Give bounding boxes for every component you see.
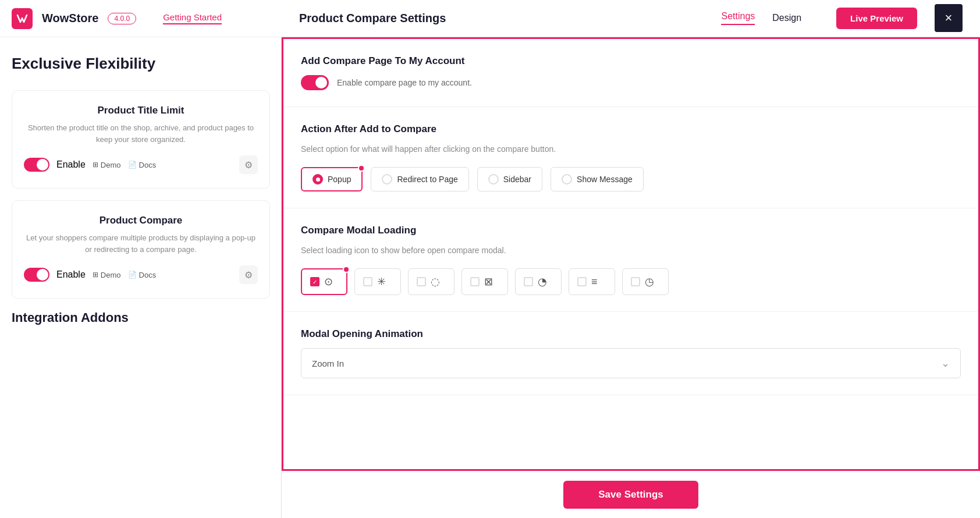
action-after-section: Action After Add to Compare Select optio… [283,107,978,208]
demo-link-1[interactable]: ⊞ Demo [93,161,121,169]
loading-checkbox-2 [363,277,372,286]
product-compare-card: Product Compare Let your shoppers compar… [12,200,270,299]
product-title-limit-card: Product Title Limit Shorten the product … [12,90,270,189]
getting-started-link[interactable]: Getting Started [163,12,222,24]
docs-icon-2: 📄 [128,271,137,279]
loading-symbol-6: ≡ [591,276,598,288]
action-after-title: Action After Add to Compare [301,123,961,135]
docs-link-1[interactable]: 📄 Docs [128,161,157,169]
loading-red-dot-1 [343,266,350,273]
demo-icon-1: ⊞ [93,161,98,169]
sidebar-radio-dot [488,174,499,185]
card-title-1: Product Title Limit [24,105,258,116]
left-panel: WowStore 4.0.0 Getting Started Exclusive… [0,0,282,518]
topbar: WowStore 4.0.0 Getting Started [0,0,282,37]
section-title: Exclusive Flexibility [12,55,270,73]
enable-label-1: Enable [56,159,86,170]
redirect-radio-dot [382,174,392,185]
version-badge: 4.0.0 [108,13,136,24]
left-content: Exclusive Flexibility Product Title Limi… [0,37,282,354]
compare-page-section: Add Compare Page To My Account Enable co… [283,39,978,107]
loading-symbol-5: ◔ [538,275,547,288]
card-desc-2: Let your shoppers compare multiple produ… [24,232,258,255]
action-after-desc: Select option for what will happen after… [301,143,961,155]
loading-option-2[interactable]: ✳ [354,268,401,295]
loading-checkbox-3 [417,277,426,286]
card-actions-2: Enable ⊞ Demo 📄 Docs ⚙ [24,265,258,284]
loading-symbol-3: ◌ [431,275,440,288]
card-title-2: Product Compare [24,215,258,226]
docs-link-2[interactable]: 📄 Docs [128,271,157,279]
modal-body: Add Compare Page To My Account Enable co… [282,37,980,471]
logo-text: WowStore [42,12,98,25]
card-actions-1: Enable ⊞ Demo 📄 Docs ⚙ [24,155,258,174]
demo-icon-2: ⊞ [93,271,98,279]
loading-option-3[interactable]: ◌ [408,268,455,295]
docs-icon-1: 📄 [128,161,137,169]
sidebar-option[interactable]: Sidebar [477,167,542,191]
enable-toggle-2[interactable] [24,268,49,282]
enable-toggle-1[interactable] [24,158,49,172]
dropdown-arrow-icon: ⌄ [941,357,950,370]
loading-option-7[interactable]: ◷ [622,268,669,295]
loading-checkbox-4 [470,277,480,286]
modal-loading-section: Compare Modal Loading Select loading ico… [283,208,978,312]
show-message-label: Show Message [577,175,633,184]
settings-modal: Product Compare Settings Settings Design… [282,0,980,518]
close-button[interactable]: × [935,4,963,32]
loading-option-1[interactable]: ✓ ⊙ [301,268,347,295]
save-settings-button[interactable]: Save Settings [563,481,698,509]
loading-symbol-1: ⊙ [324,275,333,288]
compare-page-toggle[interactable] [301,75,329,90]
loading-symbol-7: ◷ [645,275,654,288]
loading-option-5[interactable]: ◔ [515,268,562,295]
popup-option-wrapper: Popup [301,167,363,191]
show-message-radio-dot [562,174,572,185]
modal-loading-desc: Select loading icon to show before open … [301,244,961,257]
tab-settings[interactable]: Settings [721,11,755,25]
loading-checkbox-5 [524,277,533,286]
loading-option-6[interactable]: ≡ [569,268,615,295]
card-desc-1: Shorten the product title on the shop, a… [24,122,258,145]
gear-btn-2[interactable]: ⚙ [239,265,258,284]
integration-addons-title: Integration Addons [12,310,270,325]
show-message-option[interactable]: Show Message [551,167,644,191]
compare-page-title: Add Compare Page To My Account [301,55,961,67]
tab-design[interactable]: Design [772,13,801,23]
loading-option-1-wrapper: ✓ ⊙ [301,268,347,295]
popup-red-dot [358,165,365,172]
loading-icon-options: ✓ ⊙ ✳ ◌ ⊠ [301,268,961,295]
loading-symbol-4: ⊠ [484,275,493,288]
logo-icon [12,8,33,29]
live-preview-button[interactable]: Live Preview [836,8,917,29]
gear-btn-1[interactable]: ⚙ [239,155,258,174]
modal-title: Product Compare Settings [299,12,709,25]
modal-footer: Save Settings [282,471,980,518]
scroll-spacer [283,395,978,430]
compare-page-toggle-row: Enable compare page to my account. [301,75,961,90]
enable-label-2: Enable [56,269,86,280]
animation-value: Zoom In [312,359,344,368]
sidebar-label: Sidebar [503,175,531,184]
animation-dropdown[interactable]: Zoom In ⌄ [301,348,961,378]
loading-symbol-2: ✳ [377,275,386,288]
demo-link-2[interactable]: ⊞ Demo [93,271,121,279]
action-options: Popup Redirect to Page Sidebar Sho [301,167,961,191]
loading-checkbox-1: ✓ [310,277,319,286]
modal-loading-title: Compare Modal Loading [301,225,961,236]
loading-option-4[interactable]: ⊠ [461,268,508,295]
popup-option[interactable]: Popup [301,167,363,191]
loading-checkbox-7 [631,277,640,286]
modal-animation-section: Modal Opening Animation Zoom In ⌄ [283,312,978,395]
modal-animation-title: Modal Opening Animation [301,328,961,340]
popup-radio-dot [313,174,323,185]
popup-label: Popup [328,175,351,184]
loading-checkbox-6 [577,277,587,286]
modal-header: Product Compare Settings Settings Design… [282,0,980,37]
redirect-label: Redirect to Page [397,175,457,184]
compare-page-toggle-label: Enable compare page to my account. [337,78,472,87]
redirect-option[interactable]: Redirect to Page [371,167,468,191]
